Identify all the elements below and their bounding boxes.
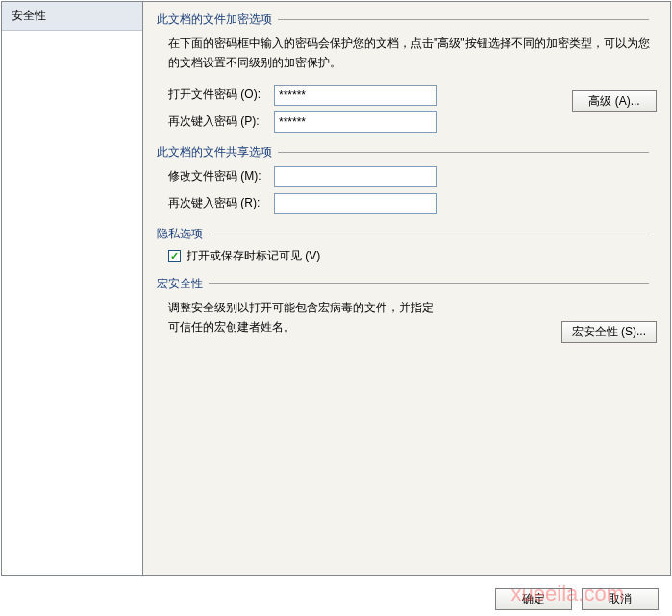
- input-modify-password[interactable]: [274, 166, 437, 187]
- ok-button[interactable]: 确定: [495, 588, 572, 610]
- checkbox-visible-mark[interactable]: ✓: [168, 250, 181, 262]
- dialog-footer: 确定 取消: [495, 588, 659, 610]
- sidebar-item-label: 安全性: [12, 9, 46, 22]
- check-icon: ✓: [170, 251, 179, 261]
- input-retype-open-password[interactable]: [274, 111, 437, 133]
- group-share: 此文档的文件共享选项 修改文件密码 (M): 再次键入密码 (R):: [157, 144, 657, 214]
- group-encrypt-title: 此文档的文件加密选项: [157, 12, 657, 28]
- row-retype-open-password: 再次键入密码 (P):: [168, 111, 657, 133]
- label-retype-modify-password: 再次键入密码 (R):: [168, 195, 274, 211]
- input-retype-modify-password[interactable]: [274, 193, 437, 214]
- row-visible-mark[interactable]: ✓ 打开或保存时标记可见 (V): [168, 248, 657, 264]
- row-modify-password: 修改文件密码 (M):: [168, 166, 657, 187]
- label-open-password: 打开文件密码 (O):: [168, 86, 274, 103]
- label-modify-password: 修改文件密码 (M):: [168, 168, 274, 185]
- group-share-title: 此文档的文件共享选项: [157, 144, 657, 160]
- label-retype-open-password: 再次键入密码 (P):: [168, 113, 274, 130]
- label-visible-mark: 打开或保存时标记可见 (V): [187, 248, 320, 264]
- macro-security-button[interactable]: 宏安全性 (S)...: [561, 321, 657, 343]
- macro-description: 调整安全级别以打开可能包含宏病毒的文件，并指定可信任的宏创建者姓名。: [168, 298, 437, 337]
- encrypt-description: 在下面的密码框中输入的密码会保护您的文档，点击"高级"按钮选择不同的加密类型，可…: [168, 34, 657, 73]
- group-privacy-title: 隐私选项: [157, 226, 657, 242]
- advanced-button[interactable]: 高级 (A)...: [572, 90, 657, 112]
- cancel-button[interactable]: 取消: [582, 588, 659, 610]
- group-privacy: 隐私选项 ✓ 打开或保存时标记可见 (V): [157, 226, 657, 264]
- group-macro: 宏安全性 调整安全级别以打开可能包含宏病毒的文件，并指定可信任的宏创建者姓名。 …: [157, 276, 657, 337]
- group-encrypt: 此文档的文件加密选项 在下面的密码框中输入的密码会保护您的文档，点击"高级"按钮…: [157, 12, 657, 133]
- row-retype-modify-password: 再次键入密码 (R):: [168, 193, 657, 214]
- input-open-password[interactable]: [274, 85, 437, 106]
- dialog-container: 安全性 此文档的文件加密选项 在下面的密码框中输入的密码会保护您的文档，点击"高…: [0, 0, 672, 577]
- sidebar: 安全性: [1, 1, 143, 576]
- sidebar-item-security[interactable]: 安全性: [2, 2, 142, 31]
- group-macro-title: 宏安全性: [157, 276, 657, 292]
- main-panel: 此文档的文件加密选项 在下面的密码框中输入的密码会保护您的文档，点击"高级"按钮…: [143, 1, 671, 576]
